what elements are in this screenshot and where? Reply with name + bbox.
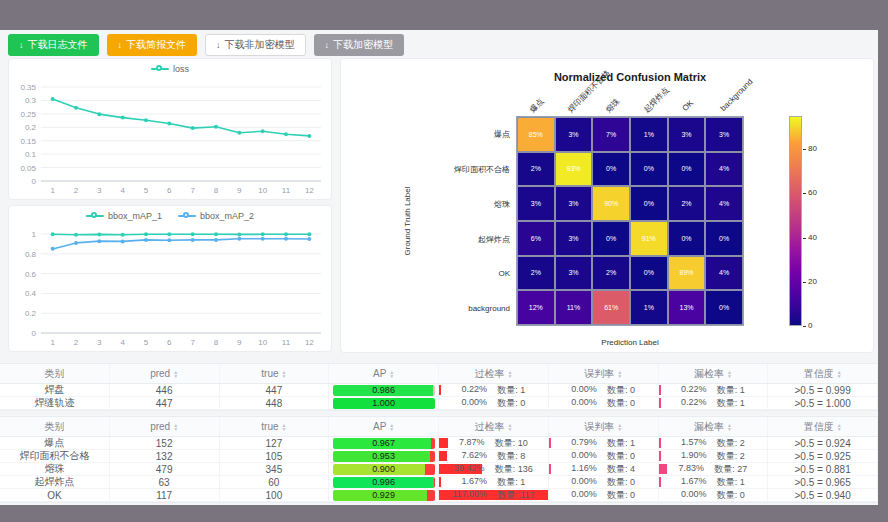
rate-cell: 0.79%数量: 1 (549, 437, 659, 449)
column-header-label: 类别 (44, 420, 64, 434)
rate-text: 0.00%数量: 0 (571, 397, 635, 409)
svg-text:0.35: 0.35 (20, 83, 36, 92)
rate-bar (439, 438, 448, 448)
colorbar-tick-label: 80 (808, 144, 817, 153)
svg-text:0.15: 0.15 (20, 137, 36, 146)
svg-text:12: 12 (305, 186, 314, 195)
column-header-true[interactable]: true▲▼ (220, 417, 330, 436)
sort-caret-icon[interactable]: ▲▼ (837, 423, 842, 431)
table-row[interactable]: 爆点1521270.9677.87%数量: 100.79%数量: 11.57%数… (0, 437, 878, 450)
rate-cell: 39.42%数量: 136 (439, 463, 549, 475)
toolbar: ↓ 下载日志文件 ↓ 下载简报文件 ↓ 下载非加密模型 ↓ 下载加密模型 (8, 34, 404, 56)
matrix-cell: 0% (668, 152, 706, 187)
rate-text: 0.00%数量: 0 (571, 450, 635, 462)
column-header-label: AP (373, 368, 386, 379)
svg-text:9: 9 (237, 186, 242, 195)
sort-caret-icon[interactable]: ▲▼ (507, 423, 512, 431)
column-header-类别: 类别 (0, 364, 110, 383)
ap-bar: 0.929 (333, 490, 435, 501)
sort-caret-icon[interactable]: ▲▼ (173, 423, 178, 431)
legend-item-bbox_mAP_1[interactable]: bbox_mAP_1 (86, 211, 162, 221)
sort-caret-icon[interactable]: ▲▼ (282, 370, 287, 378)
table-row[interactable]: OK1171000.929117.00%数量: 1170.00%数量: 00.0… (0, 489, 878, 502)
column-header-漏检率[interactable]: 漏检率▲▼ (659, 364, 769, 383)
ap-bar: 0.986 (333, 385, 435, 396)
cell-confidence: >0.5 = 0.965 (768, 476, 878, 488)
download-encrypted-model-button[interactable]: ↓ 下载加密模型 (314, 34, 405, 56)
colorbar-tick-label: 60 (808, 188, 817, 197)
cell-pred: 447 (110, 397, 220, 409)
column-header-误判率[interactable]: 误判率▲▼ (549, 364, 659, 383)
sort-caret-icon[interactable]: ▲▼ (282, 423, 287, 431)
rate-text: 1.67%数量: 1 (462, 476, 526, 488)
column-header-AP[interactable]: AP▲▼ (329, 417, 439, 436)
sort-caret-icon[interactable]: ▲▼ (617, 423, 622, 431)
rate-text: 39.42%数量: 136 (454, 463, 533, 475)
rate-count: 数量: 4 (607, 463, 635, 475)
rate-cell: 0.00%数量: 0 (549, 450, 659, 462)
cell-true: 100 (220, 489, 330, 501)
column-header-误判率[interactable]: 误判率▲▼ (549, 417, 659, 436)
sort-caret-icon[interactable]: ▲▼ (837, 370, 842, 378)
bbox-map-chart-panel: bbox_mAP_1bbox_mAP_200.20.40.60.81123456… (8, 205, 332, 352)
matrix-cell: 90% (592, 186, 630, 221)
sort-caret-icon[interactable]: ▲▼ (389, 423, 394, 431)
matrix-cell: 1% (630, 117, 668, 152)
column-header-置信度[interactable]: 置信度▲▼ (768, 417, 878, 436)
cell-ap: 0.900 (329, 463, 439, 475)
column-header-label: 过检率 (474, 367, 504, 381)
matrix-cell: 3% (555, 221, 593, 256)
chart-legend: bbox_mAP_1bbox_mAP_2 (9, 211, 331, 221)
column-header-true[interactable]: true▲▼ (220, 364, 330, 383)
matrix-col-label: 起焊炸点 (641, 85, 671, 115)
table-row[interactable]: 熔珠4793450.90039.42%数量: 1361.16%数量: 47.83… (0, 463, 878, 476)
cell-true: 345 (220, 463, 330, 475)
column-header-漏检率[interactable]: 漏检率▲▼ (659, 417, 769, 436)
table-row[interactable]: 起焊炸点63600.9961.67%数量: 10.00%数量: 01.67%数量… (0, 476, 878, 489)
download-report-button[interactable]: ↓ 下载简报文件 (107, 34, 198, 56)
column-header-AP[interactable]: AP▲▼ (329, 364, 439, 383)
loss-legend-icon (151, 65, 169, 73)
colorbar-tick-label: 0 (808, 321, 812, 330)
table-row[interactable]: 焊盘4464470.9860.22%数量: 10.00%数量: 00.22%数量… (0, 384, 878, 397)
button-label: 下载加密模型 (333, 38, 393, 52)
cell-confidence: >0.5 = 0.924 (768, 437, 878, 449)
sort-caret-icon[interactable]: ▲▼ (389, 370, 394, 378)
column-header-置信度[interactable]: 置信度▲▼ (768, 364, 878, 383)
svg-text:5: 5 (144, 338, 149, 347)
column-header-label: 过检率 (474, 420, 504, 434)
column-header-label: 漏检率 (694, 420, 724, 434)
matrix-col-label: background (719, 77, 755, 113)
matrix-cell: 6% (517, 221, 555, 256)
table-row[interactable]: 焊缝轨迹4474481.0000.00%数量: 00.00%数量: 00.22%… (0, 397, 878, 410)
matrix-cell: 3% (555, 117, 593, 152)
download-log-button[interactable]: ↓ 下载日志文件 (8, 34, 99, 56)
svg-text:7: 7 (190, 338, 195, 347)
legend-item-bbox_mAP_2[interactable]: bbox_mAP_2 (178, 211, 254, 221)
sort-caret-icon[interactable]: ▲▼ (173, 370, 178, 378)
table-row[interactable]: 焊印面积不合格1321050.9537.62%数量: 80.00%数量: 01.… (0, 450, 878, 463)
sort-caret-icon[interactable]: ▲▼ (617, 370, 622, 378)
cell-confidence: >0.5 = 0.881 (768, 463, 878, 475)
column-header-pred[interactable]: pred▲▼ (110, 364, 220, 383)
svg-text:0.05: 0.05 (20, 164, 36, 173)
rate-text: 0.00%数量: 0 (571, 384, 635, 396)
column-header-过检率[interactable]: 过检率▲▼ (439, 364, 549, 383)
download-unencrypted-model-button[interactable]: ↓ 下载非加密模型 (205, 34, 306, 56)
rate-cell: 0.00%数量: 0 (549, 384, 659, 396)
column-header-pred[interactable]: pred▲▼ (110, 417, 220, 436)
matrix-cell: 4% (705, 152, 743, 187)
legend-item-loss[interactable]: loss (151, 64, 189, 74)
rate-percent: 1.90% (681, 450, 707, 462)
svg-text:0.4: 0.4 (25, 289, 37, 298)
matrix-cell: 13% (668, 290, 706, 325)
sort-caret-icon[interactable]: ▲▼ (727, 423, 732, 431)
matrix-cell: 85% (517, 117, 555, 152)
rate-cell: 0.00%数量: 0 (549, 476, 659, 488)
sort-caret-icon[interactable]: ▲▼ (507, 370, 512, 378)
rate-count: 数量: 0 (717, 489, 745, 501)
column-header-过检率[interactable]: 过检率▲▼ (439, 417, 549, 436)
sort-caret-icon[interactable]: ▲▼ (727, 370, 732, 378)
column-header-label: AP (373, 421, 386, 432)
matrix-cell: 4% (705, 186, 743, 221)
